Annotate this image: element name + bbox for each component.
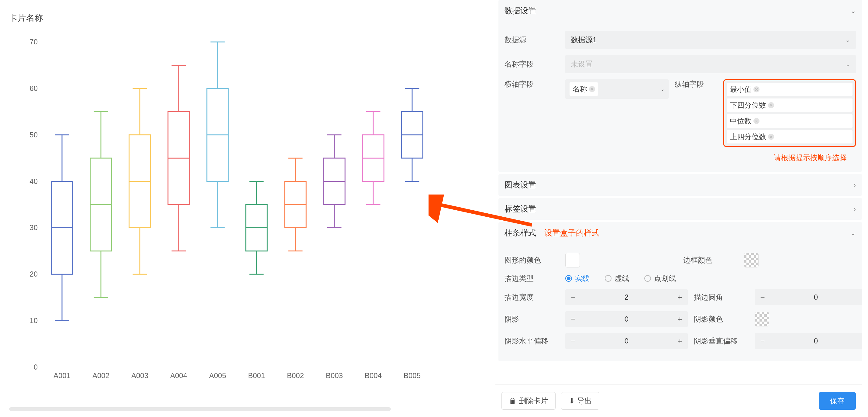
- shadow-stepper[interactable]: − +: [565, 311, 688, 327]
- shadow-color-label: 阴影颜色: [694, 314, 749, 324]
- shadow-offy-input[interactable]: [770, 337, 861, 345]
- shadow-color-swatch[interactable]: [755, 312, 769, 326]
- chevron-down-icon: ⌄: [845, 60, 850, 68]
- chart-preview-pane: 卡片名称 010203040506070A001A002A003A004A005…: [0, 0, 495, 417]
- decrement-button[interactable]: −: [565, 311, 581, 327]
- horizontal-scrollbar[interactable]: [9, 407, 391, 411]
- panel-label-title: 标签设置: [504, 204, 536, 214]
- shadow-offy-label: 阴影垂直偏移: [694, 336, 749, 346]
- stroke-radius-stepper[interactable]: − +: [755, 289, 862, 305]
- save-button[interactable]: 保存: [819, 392, 856, 410]
- decrement-button[interactable]: −: [565, 289, 581, 305]
- yaxis-tag: 上四分位数×: [727, 130, 852, 144]
- close-icon[interactable]: ×: [768, 102, 774, 108]
- panel-bar-style-header[interactable]: 柱条样式 设置盒子的样式 ⌄: [498, 222, 862, 244]
- panel-data-settings-header[interactable]: 数据设置 ⌄: [498, 0, 862, 22]
- fill-color-label: 图形的颜色: [504, 255, 559, 265]
- shadow-input[interactable]: [581, 315, 672, 323]
- increment-button[interactable]: +: [861, 333, 862, 349]
- svg-text:0: 0: [34, 363, 38, 371]
- svg-text:B004: B004: [365, 371, 382, 380]
- stroke-width-stepper[interactable]: − +: [565, 289, 688, 305]
- yaxis-field-select[interactable]: 最小值×下四分位数×中位数×上四分位数×: [723, 79, 856, 147]
- stroke-width-input[interactable]: [581, 293, 672, 301]
- increment-button[interactable]: +: [861, 289, 862, 305]
- chevron-right-icon: ›: [854, 181, 856, 189]
- xaxis-field-select[interactable]: 名称 × ⌄: [565, 79, 669, 99]
- delete-card-button[interactable]: 🗑 删除卡片: [501, 392, 556, 410]
- chevron-down-icon: ⌄: [850, 229, 856, 237]
- border-color-swatch[interactable]: [744, 253, 758, 267]
- stroke-type-radio[interactable]: 点划线: [644, 273, 676, 283]
- stroke-radius-label: 描边圆角: [694, 292, 749, 302]
- panel-bar-note: 设置盒子的样式: [544, 228, 600, 237]
- yaxis-label: 纵轴字段: [675, 79, 717, 89]
- export-button[interactable]: ⬇ 导出: [561, 392, 599, 410]
- footer-actions: 🗑 删除卡片 ⬇ 导出 保存: [495, 385, 862, 417]
- namefield-select[interactable]: 未设置 ⌄: [565, 55, 856, 73]
- svg-text:30: 30: [29, 224, 38, 232]
- svg-text:B005: B005: [404, 371, 421, 380]
- increment-button[interactable]: +: [672, 289, 688, 305]
- svg-text:B002: B002: [287, 371, 304, 380]
- fill-color-swatch[interactable]: [565, 253, 580, 267]
- shadow-offy-stepper[interactable]: − +: [755, 333, 862, 349]
- panel-label-settings: 标签设置 ›: [498, 198, 862, 220]
- increment-button[interactable]: +: [672, 311, 688, 327]
- stroke-type-radio[interactable]: 虚线: [605, 273, 629, 283]
- xaxis-tag: 名称 ×: [569, 82, 598, 96]
- shadow-offx-stepper[interactable]: − +: [565, 333, 688, 349]
- yaxis-tag: 中位数×: [727, 114, 852, 128]
- svg-text:A001: A001: [54, 371, 70, 380]
- svg-text:70: 70: [29, 38, 38, 46]
- panel-chart-settings: 图表设置 ›: [498, 174, 862, 196]
- close-icon[interactable]: ×: [768, 134, 774, 140]
- decrement-button[interactable]: −: [565, 333, 581, 349]
- stroke-type-radio-group: 实线虚线点划线: [565, 273, 676, 283]
- svg-text:B003: B003: [326, 371, 343, 380]
- panel-bar-title: 柱条样式: [504, 228, 536, 237]
- close-icon[interactable]: ×: [753, 118, 760, 124]
- xaxis-label: 横轴字段: [504, 79, 559, 89]
- decrement-button[interactable]: −: [755, 333, 770, 349]
- close-icon[interactable]: ×: [589, 86, 595, 92]
- shadow-label: 阴影: [504, 314, 559, 324]
- decrement-button[interactable]: −: [755, 289, 770, 305]
- datasource-select[interactable]: 数据源1 ⌄: [565, 31, 856, 49]
- increment-button[interactable]: +: [672, 333, 688, 349]
- svg-text:A003: A003: [131, 371, 148, 380]
- svg-text:60: 60: [29, 84, 38, 92]
- card-title: 卡片名称: [9, 12, 486, 24]
- stroke-type-radio[interactable]: 实线: [565, 273, 590, 283]
- namefield-label: 名称字段: [504, 59, 559, 69]
- stroke-radius-input[interactable]: [770, 293, 861, 301]
- panel-label-settings-header[interactable]: 标签设置 ›: [498, 198, 862, 220]
- chevron-right-icon: ›: [854, 205, 856, 213]
- close-icon[interactable]: ×: [753, 86, 760, 92]
- settings-sidebar: 数据设置 ⌄ 数据源 数据源1 ⌄ 名称字段 未设置 ⌄: [495, 0, 868, 417]
- panel-chart-settings-header[interactable]: 图表设置 ›: [498, 174, 862, 196]
- trash-icon: 🗑: [509, 397, 516, 405]
- border-color-label: 边框颜色: [683, 255, 738, 265]
- chevron-down-icon: ⌄: [661, 87, 664, 91]
- panel-data-settings: 数据设置 ⌄ 数据源 数据源1 ⌄ 名称字段 未设置 ⌄: [498, 0, 862, 172]
- yaxis-tag: 下四分位数×: [727, 98, 852, 112]
- panel-data-title: 数据设置: [504, 5, 536, 16]
- svg-text:40: 40: [29, 177, 38, 185]
- radio-dot-icon: [644, 275, 651, 282]
- shadow-offx-label: 阴影水平偏移: [504, 336, 559, 346]
- datasource-label: 数据源: [504, 35, 559, 45]
- download-icon: ⬇: [569, 397, 575, 405]
- radio-dot-icon: [605, 275, 612, 282]
- svg-text:50: 50: [29, 131, 38, 139]
- svg-text:A002: A002: [92, 371, 110, 380]
- chevron-down-icon: ⌄: [845, 36, 850, 43]
- chevron-down-icon: ⌄: [850, 7, 856, 15]
- svg-text:A004: A004: [170, 371, 187, 380]
- svg-text:B001: B001: [248, 371, 265, 380]
- stroke-width-label: 描边宽度: [504, 292, 559, 302]
- shadow-offx-input[interactable]: [581, 337, 672, 345]
- svg-text:A005: A005: [209, 371, 226, 380]
- panel-bar-style: 柱条样式 设置盒子的样式 ⌄ 图形的颜色 边框颜色 描边: [498, 222, 862, 361]
- order-hint: 请根据提示按顺序选择: [504, 153, 847, 162]
